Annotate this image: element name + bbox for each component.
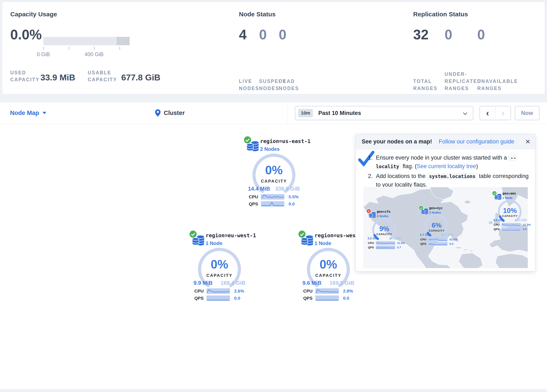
capacity-axis-tick: [120, 47, 120, 50]
dead-nodes-label: DEAD NODES: [279, 78, 306, 92]
configuration-guide-link[interactable]: Follow our configuration guide: [439, 138, 514, 145]
cpu-value: 11.0%: [397, 241, 405, 245]
node-status-title: Node Status: [239, 11, 276, 18]
capacity-values: 9.9 MiB 169.4 GiB: [188, 280, 251, 286]
close-icon[interactable]: ✕: [525, 138, 530, 145]
breadcrumb[interactable]: Cluster: [155, 102, 185, 124]
total-ranges-label: TOTAL RANGES: [413, 78, 444, 92]
cpu-sparkline: [261, 194, 284, 199]
region-name: region=eu-west-1: [206, 233, 256, 239]
capacity-caption: CAPACITY: [366, 233, 402, 236]
locality-name: geo=nyc: [429, 206, 443, 210]
under-replicated-ranges-value: 0: [444, 27, 477, 42]
step-text-part: Ensure every node in your cluster was st…: [376, 155, 507, 161]
suspect-nodes-label: SUSPECT NODES: [259, 78, 279, 92]
map-node-geo-nyc: geo=nyc 2 Nodes 6% CAPACITY 3.7 GiB 65.7…: [419, 205, 455, 246]
qps-label: QPS: [494, 228, 502, 231]
cpu-metric-row: CPU 2.6%: [194, 288, 244, 294]
capacity-bar-reserved-segment: [117, 37, 130, 45]
time-range-selector[interactable]: 10m Past 10 Minutes: [295, 106, 473, 120]
region-node-count: 2 Nodes: [260, 146, 280, 152]
cpu-sparkline: [376, 241, 395, 245]
cpu-value: 42.5%: [449, 238, 457, 241]
cpu-metric-row: CPU 2.8%: [303, 288, 353, 294]
locality-tree-link[interactable]: See current locality tree: [417, 163, 476, 169]
cpu-label: CPU: [494, 223, 502, 226]
capacity-axis-tick: [43, 47, 44, 50]
region-gauge-us-west-1[interactable]: region=us-west-1 1 Node 0% CAPACITY 9.6 …: [297, 230, 360, 303]
total-value: 65.7 GiB: [441, 233, 453, 236]
qps-sparkline: [376, 246, 395, 249]
view-toolbar: Node Map Cluster 10m Past 10 Minutes ‹ ›…: [0, 102, 547, 124]
locality-node-count: 2 Nodes: [429, 211, 441, 214]
step-text: Ensure every node in your cluster was st…: [376, 153, 531, 171]
cpu-value: 12.3%: [523, 223, 531, 226]
cpu-label: CPU: [303, 289, 315, 294]
cpu-metric-row: CPU 12.3%: [494, 223, 531, 227]
popup-title: See your nodes on a map!: [362, 138, 432, 145]
qps-value: 0.0: [234, 296, 240, 301]
chevron-down-icon: [463, 112, 467, 115]
qps-value: 0.0: [289, 201, 295, 206]
toolbar-divider: [287, 102, 287, 124]
cpu-metric-row: CPU 5.5%: [249, 194, 299, 200]
capacity-usage-title: Capacity Usage: [10, 11, 57, 18]
qps-sparkline: [315, 296, 339, 301]
cpu-label: CPU: [249, 194, 261, 199]
total-value: 169.4 GiB: [220, 280, 246, 286]
cpu-label: CPU: [368, 241, 376, 245]
map-pin-icon: [155, 109, 161, 117]
qps-value: 4.7: [397, 246, 401, 249]
qps-value: 0.0: [343, 296, 349, 301]
capacity-caption: CAPACITY: [492, 215, 528, 218]
capacity-percent: 0%: [188, 257, 251, 271]
capacity-percent: 6%: [419, 221, 455, 229]
capacity-percent: 9%: [366, 225, 402, 233]
used-value: 14.4 MiB: [248, 186, 270, 192]
breadcrumb-label: Cluster: [164, 110, 185, 117]
database-stack-icon: [247, 140, 259, 151]
step-text: Add locations to the system.locations ta…: [376, 172, 531, 189]
qps-label: QPS: [303, 296, 315, 301]
replication-values: 32 0 0: [413, 27, 511, 42]
node-status-labels: LIVE NODES SUSPECT NODES DEAD NODES: [239, 58, 306, 92]
locality-node-count: 2 Nodes: [377, 214, 389, 218]
time-forward-button[interactable]: ›: [495, 106, 511, 120]
capacity-caption: CAPACITY: [242, 179, 305, 184]
used-capacity-label: USED CAPACITY: [10, 69, 39, 83]
region-gauge-eu-west-1[interactable]: region=eu-west-1 1 Node 0% CAPACITY 9.9 …: [188, 230, 251, 303]
used-value: 9.9 MiB: [193, 280, 212, 286]
usable-capacity-value: 677.8 GiB: [121, 73, 160, 83]
popup-steps: 1. Ensure every node in your cluster was…: [368, 153, 531, 190]
cpu-value: 5.5%: [289, 194, 299, 199]
node-status-values: 4 0 0: [239, 27, 306, 42]
capacity-bar: [43, 37, 130, 45]
usable-capacity-label: USABLE CAPACITY: [88, 69, 121, 83]
cpu-label: CPU: [194, 289, 206, 294]
qps-metric-row: QPS 0.0: [494, 227, 527, 231]
step-text-part: flag. (: [403, 163, 417, 169]
time-range-label: Past 10 Minutes: [318, 110, 361, 117]
database-stack-icon: [192, 234, 204, 246]
region-node-count: 1 Node: [206, 241, 222, 246]
time-back-button[interactable]: ‹: [480, 106, 495, 120]
cpu-sparkline: [206, 288, 230, 294]
cpu-value: 2.8%: [343, 289, 353, 294]
region-node-count: 1 Node: [315, 241, 331, 246]
now-button[interactable]: Now: [515, 106, 540, 120]
database-stack-icon: [301, 234, 313, 246]
dead-nodes-value: 0: [279, 27, 306, 42]
cpu-value: 2.6%: [234, 289, 244, 294]
qps-metric-row: QPS 0.0: [303, 295, 349, 301]
view-mode-label: Node Map: [10, 110, 39, 117]
region-gauge-us-east-1[interactable]: region=us-east-1 2 Nodes 0% CAPACITY 14.…: [242, 136, 305, 209]
popup-header: See your nodes on a map! Follow our conf…: [356, 134, 535, 149]
popup-step-2: 2. Add locations to the system.locations…: [368, 172, 531, 189]
replication-status-title: Replication Status: [413, 11, 468, 18]
nodes-on-map-popup: See your nodes on a map! Follow our conf…: [356, 134, 535, 271]
capacity-axis-tick: [69, 47, 69, 50]
qps-label: QPS: [249, 201, 261, 206]
view-mode-selector[interactable]: Node Map: [10, 102, 46, 124]
locality-name: geo=ams: [502, 192, 516, 195]
capacity-caption: CAPACITY: [419, 229, 455, 232]
